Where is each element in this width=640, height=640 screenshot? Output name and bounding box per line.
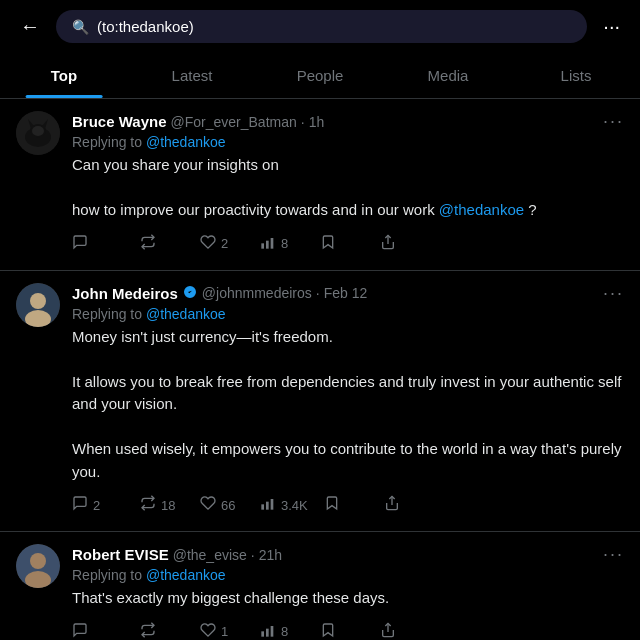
views-icon-2 (260, 495, 276, 515)
tweet-1-header: Bruce Wayne @For_ever_Batman · 1h ··· (72, 111, 624, 132)
tweet-2-views-button[interactable]: 3.4K (252, 491, 316, 519)
avatar-bruce-wayne (16, 111, 60, 155)
header: ← 🔍 (to:thedankoe) ··· (0, 0, 640, 53)
search-icon: 🔍 (72, 19, 89, 35)
tweet-3-views-count: 8 (281, 624, 288, 639)
tweet-1-actions: 2 8 (72, 230, 624, 258)
tweet-3-actions: 1 8 (72, 618, 624, 641)
bookmark-icon-2 (324, 495, 340, 515)
svg-rect-8 (271, 238, 274, 249)
tweet-1-bookmark-button[interactable] (312, 230, 372, 258)
tweet-1: Bruce Wayne @For_ever_Batman · 1h ··· Re… (0, 99, 640, 271)
back-button[interactable]: ← (16, 11, 44, 42)
tweet-3-reply-to: Replying to @thedankoe (72, 567, 624, 583)
tab-lists[interactable]: Lists (512, 53, 640, 98)
bookmark-icon-3 (320, 622, 336, 641)
reply-icon (72, 234, 88, 254)
svg-rect-13 (261, 504, 264, 509)
tab-media[interactable]: Media (384, 53, 512, 98)
svg-rect-15 (271, 499, 274, 510)
tweet-3-author-name: Robert EVISE (72, 546, 169, 563)
tweet-3: Robert EVISE @the_evise · 21h ··· Replyi… (0, 532, 640, 640)
tweet-1-reply-button[interactable] (72, 230, 132, 258)
tweet-2-dot: · (316, 285, 320, 301)
tab-top[interactable]: Top (0, 53, 128, 98)
tweet-3-more-button[interactable]: ··· (603, 544, 624, 565)
verified-badge (182, 284, 198, 303)
share-icon-2 (384, 495, 400, 515)
tweet-2-reply-to: Replying to @thedankoe (72, 306, 624, 322)
views-icon (260, 234, 276, 254)
tweet-1-text: Can you share your insights on how to im… (72, 154, 624, 222)
tweet-2-author-handle: @johnmmedeiros (202, 285, 312, 301)
tab-latest[interactable]: Latest (128, 53, 256, 98)
tweet-1-share-button[interactable] (372, 230, 432, 258)
tweet-2-views-count: 3.4K (281, 498, 308, 513)
tweet-3-content: Robert EVISE @the_evise · 21h ··· Replyi… (72, 544, 624, 640)
tweet-1-like-button[interactable]: 2 (192, 230, 252, 258)
tweet-3-share-button[interactable] (372, 618, 432, 641)
svg-rect-21 (266, 628, 269, 636)
retweet-icon-2 (140, 495, 156, 515)
tweet-2-author-name: John Medeiros (72, 285, 178, 302)
tabs-bar: Top Latest People Media Lists (0, 53, 640, 99)
tweet-2: John Medeiros @johnmmedeiros · Feb 12 ··… (0, 271, 640, 533)
svg-point-18 (30, 553, 46, 569)
tweet-2-share-button[interactable] (376, 491, 436, 519)
search-bar[interactable]: 🔍 (to:thedankoe) (56, 10, 587, 43)
tweet-2-timestamp: Feb 12 (324, 285, 368, 301)
svg-point-5 (32, 126, 44, 136)
tweet-3-bookmark-button[interactable] (312, 618, 372, 641)
tweet-2-bookmark-button[interactable] (316, 491, 376, 519)
tweet-3-author-handle: @the_evise (173, 547, 247, 563)
tweet-2-content: John Medeiros @johnmmedeiros · Feb 12 ··… (72, 283, 624, 520)
share-icon-3 (380, 622, 396, 641)
svg-rect-22 (271, 626, 274, 637)
share-icon (380, 234, 396, 254)
like-icon-3 (200, 622, 216, 641)
tweet-3-like-button[interactable]: 1 (192, 618, 252, 641)
tweet-1-content: Bruce Wayne @For_ever_Batman · 1h ··· Re… (72, 111, 624, 258)
tweet-3-retweet-button[interactable] (132, 618, 192, 641)
tweet-1-mention[interactable]: @thedankoe (439, 201, 524, 218)
tweet-2-reply-button[interactable]: 2 (72, 491, 132, 519)
tweet-3-like-count: 1 (221, 624, 228, 639)
svg-rect-6 (261, 243, 264, 248)
tweet-3-header: Robert EVISE @the_evise · 21h ··· (72, 544, 624, 565)
tweet-2-actions: 2 18 66 3.4K (72, 491, 624, 519)
svg-rect-7 (266, 240, 269, 248)
more-button[interactable]: ··· (599, 11, 624, 42)
bookmark-icon (320, 234, 336, 254)
tweet-1-retweet-button[interactable] (132, 230, 192, 258)
tweet-1-timestamp: 1h (309, 114, 325, 130)
tweet-3-dot: · (251, 547, 255, 563)
tweet-2-retweet-button[interactable]: 18 (132, 491, 192, 519)
tab-people[interactable]: People (256, 53, 384, 98)
tweet-2-retweet-count: 18 (161, 498, 175, 513)
svg-rect-20 (261, 631, 264, 636)
avatar-robert-evise (16, 544, 60, 588)
tweet-2-like-button[interactable]: 66 (192, 491, 252, 519)
tweet-1-meta: Bruce Wayne @For_ever_Batman · 1h (72, 113, 324, 130)
tweet-1-author-handle: @For_ever_Batman (170, 114, 296, 130)
tweet-3-views-button[interactable]: 8 (252, 618, 312, 641)
tweet-2-reply-count: 2 (93, 498, 100, 513)
tweet-3-timestamp: 21h (259, 547, 282, 563)
tweet-2-more-button[interactable]: ··· (603, 283, 624, 304)
tweet-2-meta: John Medeiros @johnmmedeiros · Feb 12 (72, 284, 367, 303)
retweet-icon (140, 234, 156, 254)
like-icon (200, 234, 216, 254)
tweet-3-text: That's exactly my biggest challenge thes… (72, 587, 624, 610)
reply-icon-2 (72, 495, 88, 515)
tweet-1-views-button[interactable]: 8 (252, 230, 312, 258)
avatar-john-medeiros (16, 283, 60, 327)
tweet-1-more-button[interactable]: ··· (603, 111, 624, 132)
tweet-2-like-count: 66 (221, 498, 235, 513)
svg-point-11 (30, 293, 46, 309)
like-icon-2 (200, 495, 216, 515)
tweet-2-header: John Medeiros @johnmmedeiros · Feb 12 ··… (72, 283, 624, 304)
reply-icon-3 (72, 622, 88, 641)
retweet-icon-3 (140, 622, 156, 641)
tweet-3-reply-button[interactable] (72, 618, 132, 641)
tweet-1-author-name: Bruce Wayne (72, 113, 166, 130)
